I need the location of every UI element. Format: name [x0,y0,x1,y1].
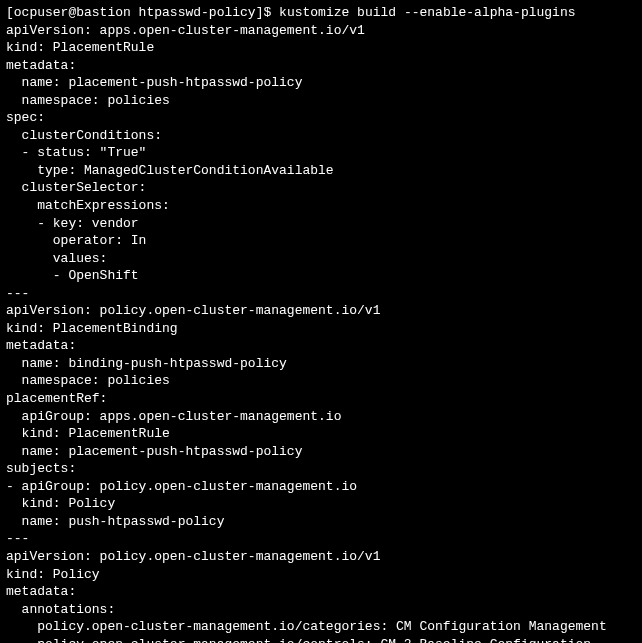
output-line: kind: PlacementRule [6,40,154,55]
output-line: annotations: [6,602,115,617]
output-line: kind: PlacementRule [6,426,170,441]
output-line: apiGroup: apps.open-cluster-management.i… [6,409,341,424]
output-line: type: ManagedClusterConditionAvailable [6,163,334,178]
output-line: name: placement-push-htpasswd-policy [6,75,302,90]
output-line: kind: Policy [6,567,100,582]
output-line: clusterConditions: [6,128,162,143]
prompt-symbol: $ [263,5,271,20]
output-line: kind: PlacementBinding [6,321,178,336]
command-text: kustomize build --enable-alpha-plugins [279,5,575,20]
output-line: namespace: policies [6,93,170,108]
output-line: name: binding-push-htpasswd-policy [6,356,287,371]
output-line: spec: [6,110,45,125]
output-line: - OpenShift [6,268,139,283]
output-line: - status: "True" [6,145,146,160]
output-line: name: push-htpasswd-policy [6,514,224,529]
output-line: operator: In [6,233,146,248]
output-line: clusterSelector: [6,180,146,195]
output-line: apiVersion: policy.open-cluster-manageme… [6,303,380,318]
output-line: metadata: [6,58,76,73]
output-line: metadata: [6,584,76,599]
output-line: - apiGroup: policy.open-cluster-manageme… [6,479,357,494]
terminal-output[interactable]: [ocpuser@bastion htpasswd-policy]$ kusto… [0,0,642,643]
output-line: metadata: [6,338,76,353]
output-line: --- [6,531,29,546]
output-line: apiVersion: apps.open-cluster-management… [6,23,365,38]
output-line: namespace: policies [6,373,170,388]
output-line: - key: vendor [6,216,139,231]
output-line: subjects: [6,461,76,476]
output-line: apiVersion: policy.open-cluster-manageme… [6,549,380,564]
output-line: policy.open-cluster-management.io/contro… [6,637,591,643]
prompt-user-host: [ocpuser@bastion htpasswd-policy] [6,5,263,20]
output-line: kind: Policy [6,496,115,511]
output-line: placementRef: [6,391,107,406]
output-line: values: [6,251,107,266]
output-line: name: placement-push-htpasswd-policy [6,444,302,459]
output-line: matchExpressions: [6,198,170,213]
output-line: --- [6,286,29,301]
output-line: policy.open-cluster-management.io/catego… [6,619,607,634]
